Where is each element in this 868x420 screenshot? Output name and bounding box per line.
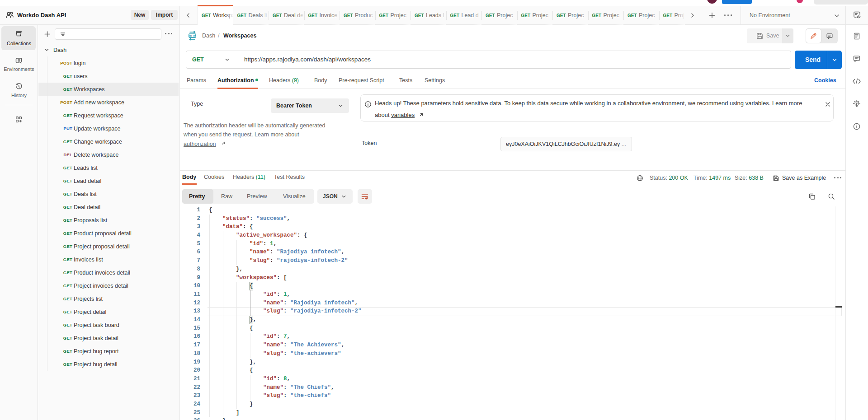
svg-text:HTTP: HTTP	[189, 34, 196, 37]
